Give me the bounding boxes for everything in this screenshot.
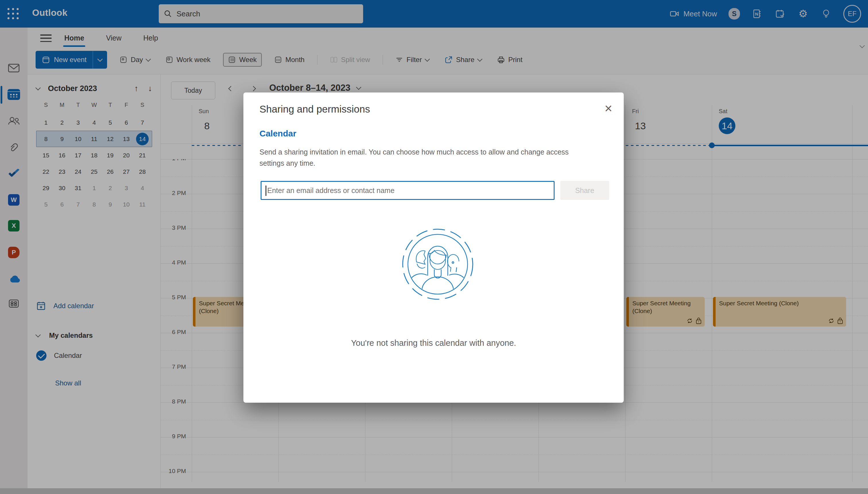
- dialog-share-button[interactable]: Share: [560, 181, 609, 200]
- dialog-section-heading: Calendar: [259, 129, 296, 138]
- sharing-empty-illustration: [400, 227, 475, 302]
- share-email-input[interactable]: [261, 182, 554, 199]
- empty-state-text: You're not sharing this calendar with an…: [243, 338, 624, 348]
- dialog-description: Send a sharing invitation in email. You …: [259, 147, 584, 169]
- share-email-field[interactable]: [261, 181, 555, 200]
- dialog-close-icon[interactable]: ×: [603, 100, 614, 117]
- sharing-permissions-dialog: Sharing and permissions × Calendar Send …: [243, 93, 624, 403]
- text-cursor: [265, 186, 267, 196]
- dialog-title: Sharing and permissions: [259, 103, 370, 115]
